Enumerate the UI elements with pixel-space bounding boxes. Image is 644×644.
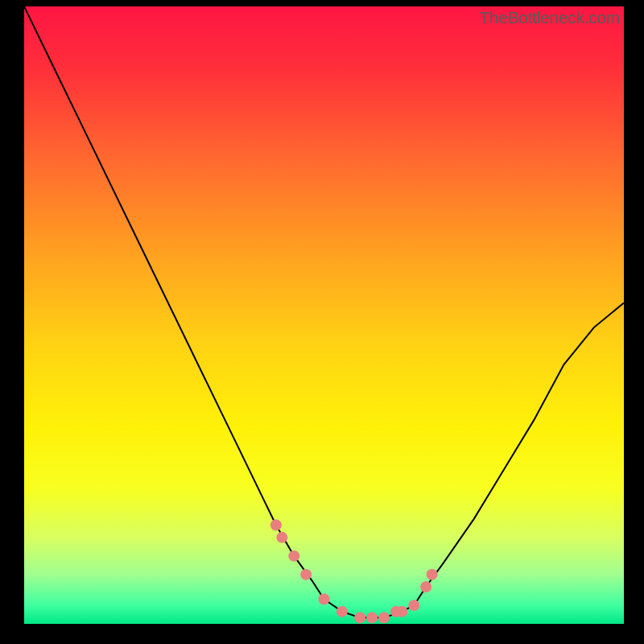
highlight-dot [336,606,348,617]
highlight-dot [427,569,438,580]
highlight-dot [270,519,282,530]
chart-svg [24,6,624,624]
watermark-text: TheBottleneck.com [479,8,620,27]
highlight-dot [366,612,378,623]
highlight-dot [276,532,287,543]
highlight-dot [354,612,365,623]
highlight-dot [396,606,407,617]
chart-container: TheBottleneck.com [0,0,644,644]
highlight-dot [288,551,299,562]
highlight-dot [300,569,312,580]
highlight-dot [378,612,390,623]
highlight-dot [408,600,419,611]
gradient-background [24,6,624,624]
highlight-dot [420,581,431,592]
highlight-dot [319,593,330,605]
plot-area [24,6,624,624]
